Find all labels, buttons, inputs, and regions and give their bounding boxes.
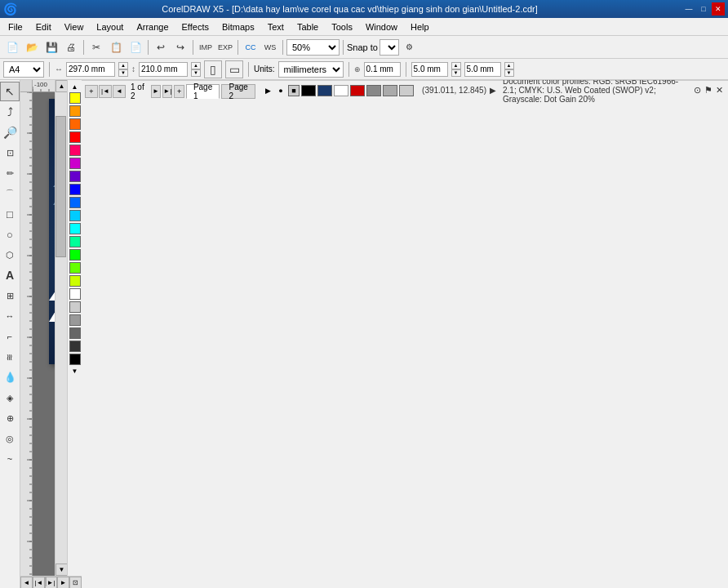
nav-first-page[interactable]: |◄ xyxy=(99,85,112,98)
scroll-right-button[interactable]: ► xyxy=(57,577,69,589)
pick-tool-button[interactable]: ↖ xyxy=(0,82,20,101)
scroll-left-button[interactable]: ◄ xyxy=(20,577,33,589)
close-doc-icon[interactable]: ✕ xyxy=(716,85,723,96)
menu-view[interactable]: View xyxy=(58,18,91,35)
color-pink[interactable] xyxy=(69,145,81,156)
color-skyblue[interactable] xyxy=(69,210,81,221)
nav-prev-page[interactable]: ◄ xyxy=(113,85,126,98)
canvas-main[interactable]: ✻ xyxy=(33,92,55,576)
menu-window[interactable]: Window xyxy=(359,18,404,35)
close-button[interactable]: ✕ xyxy=(712,2,725,16)
import-button[interactable]: IMP xyxy=(197,38,215,56)
transparency-button[interactable]: ◎ xyxy=(0,429,20,448)
stop-button[interactable]: ■ xyxy=(288,85,300,96)
fill-swatch-darkblue[interactable] xyxy=(317,85,332,96)
zoom-to-fit[interactable]: ⊡ xyxy=(69,577,82,589)
menu-effects[interactable]: Effects xyxy=(175,18,215,35)
color-yellow2[interactable] xyxy=(69,275,81,287)
color-mint[interactable] xyxy=(69,236,81,247)
menu-edit[interactable]: Edit xyxy=(29,18,58,35)
vertical-scrollbar[interactable]: ▲ ▼ xyxy=(55,80,67,576)
color-lightgray[interactable] xyxy=(69,301,81,313)
units-select[interactable]: millimeters xyxy=(278,61,344,78)
rectangle-button[interactable]: □ xyxy=(0,204,20,224)
horizontal-scrollbar[interactable]: ◄ |◄ ►| ► ⊡ xyxy=(20,576,82,588)
v-scroll-track[interactable] xyxy=(55,92,67,564)
freehand-button[interactable]: ✏ xyxy=(0,163,20,183)
color-vdarkgray[interactable] xyxy=(69,341,81,352)
color-blue[interactable] xyxy=(69,184,81,195)
landscape-button[interactable]: ▭ xyxy=(225,60,243,78)
snap-options[interactable]: ⚙ xyxy=(401,38,419,56)
new-button[interactable]: 📄 xyxy=(3,38,21,56)
color-cyan[interactable] xyxy=(69,223,81,234)
page-tab-1[interactable]: Page 1 xyxy=(186,84,220,99)
welcome-screen[interactable]: WS xyxy=(261,38,279,56)
color-darkgray[interactable] xyxy=(69,327,81,339)
polygon-button[interactable]: ⬡ xyxy=(0,245,20,265)
blend-button[interactable]: ≋ xyxy=(0,347,20,367)
open-button[interactable]: 📂 xyxy=(23,38,41,56)
smear-button[interactable]: ~ xyxy=(0,449,20,469)
nav-next-page[interactable]: ► xyxy=(151,85,161,98)
scroll-up-button[interactable]: ▲ xyxy=(55,80,68,92)
color-yellow[interactable] xyxy=(69,92,81,104)
play-button[interactable]: ▶ xyxy=(262,85,273,96)
menu-bitmaps[interactable]: Bitmaps xyxy=(215,18,261,35)
menu-table[interactable]: Table xyxy=(291,18,325,35)
print-button[interactable]: 🖨 xyxy=(62,38,80,56)
crop-tool-button[interactable]: ⊡ xyxy=(0,143,20,163)
menu-file[interactable]: File xyxy=(2,18,29,35)
dimension-button[interactable]: ↔ xyxy=(0,306,20,326)
play-icon[interactable]: ▶ xyxy=(490,86,496,95)
color-lime[interactable] xyxy=(69,262,81,274)
connector-button[interactable]: ⌐ xyxy=(0,327,20,346)
palette-scroll-up[interactable]: ▲ xyxy=(69,82,81,91)
menu-text[interactable]: Text xyxy=(261,18,291,35)
color-orange[interactable] xyxy=(69,105,81,117)
color-black[interactable] xyxy=(69,354,81,365)
snap-select[interactable] xyxy=(380,39,399,56)
color-mode-icon[interactable]: ⊙ xyxy=(694,85,701,96)
mesh-fill-button[interactable]: ⊕ xyxy=(0,408,20,428)
export-button[interactable]: EXP xyxy=(216,38,234,56)
zoom-tool-button[interactable]: 🔎 xyxy=(0,122,20,142)
width-down[interactable]: ▼ xyxy=(118,69,128,77)
menu-layout[interactable]: Layout xyxy=(90,18,130,35)
minimize-button[interactable]: — xyxy=(682,2,695,16)
color-cornblue[interactable] xyxy=(69,197,81,208)
scroll-down-button[interactable]: ▼ xyxy=(55,564,68,576)
zoom-select[interactable]: 50% 25% 75% 100% xyxy=(286,39,340,56)
fill-swatch-gray1[interactable] xyxy=(366,85,381,96)
menu-arrange[interactable]: Arrange xyxy=(130,18,175,35)
dimw-down[interactable]: ▼ xyxy=(451,69,461,77)
record-button[interactable]: ● xyxy=(275,85,286,96)
table-button[interactable]: ⊞ xyxy=(0,286,20,305)
color-white[interactable] xyxy=(69,288,81,300)
smart-fill-button[interactable]: ⌒ xyxy=(0,184,20,203)
save-button[interactable]: 💾 xyxy=(42,38,60,56)
h-scroll-thumb[interactable] xyxy=(45,577,47,586)
page-tab-2[interactable]: Page 2 xyxy=(221,84,255,99)
portrait-button[interactable]: ▯ xyxy=(204,60,222,78)
nav-last-page[interactable]: ►| xyxy=(162,85,172,98)
nudge-input[interactable] xyxy=(364,62,401,77)
paste-button[interactable]: 📄 xyxy=(127,38,144,56)
page-start-button[interactable]: |◄ xyxy=(33,577,45,589)
fill-swatch-gray2[interactable] xyxy=(383,85,397,96)
fill-button[interactable]: ◈ xyxy=(0,388,20,408)
dimw-up[interactable]: ▲ xyxy=(451,62,461,69)
dimh-up[interactable]: ▲ xyxy=(504,62,514,69)
fill-swatch-white[interactable] xyxy=(334,85,348,96)
corel-connect[interactable]: CC xyxy=(242,38,260,56)
fill-swatch-gray3[interactable] xyxy=(399,85,414,96)
copy-button[interactable]: 📋 xyxy=(107,38,125,56)
v-scroll-thumb[interactable] xyxy=(55,116,66,257)
menu-tools[interactable]: Tools xyxy=(325,18,359,35)
dimh-down[interactable]: ▼ xyxy=(504,69,514,77)
nav-add-page2[interactable]: + xyxy=(174,85,184,98)
color-gray[interactable] xyxy=(69,314,81,326)
color-green[interactable] xyxy=(69,249,81,261)
cut-button[interactable]: ✂ xyxy=(87,38,105,56)
width-up[interactable]: ▲ xyxy=(118,62,128,69)
